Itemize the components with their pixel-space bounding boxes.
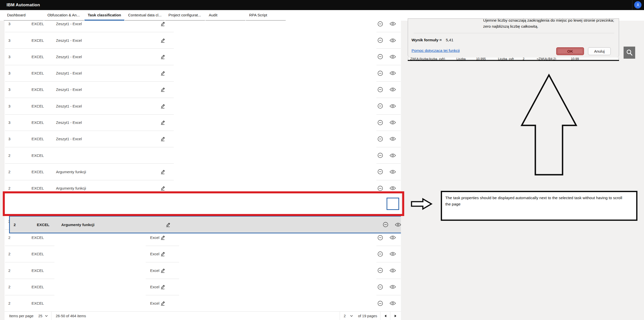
view-icon <box>389 235 396 240</box>
next-page-button[interactable] <box>391 312 400 320</box>
zoom-tool-button[interactable] <box>624 47 635 59</box>
subtract-icon <box>377 70 383 76</box>
edit-button[interactable] <box>158 36 167 45</box>
table-row[interactable]: 3EXCELZeszyt1 - Excel <box>5 131 401 147</box>
edit-button[interactable] <box>158 21 167 28</box>
edit-button[interactable] <box>158 250 167 258</box>
table-row[interactable]: 3EXCELZeszyt1 - Excel <box>5 65 401 82</box>
subtract-button[interactable] <box>376 69 385 78</box>
view-button[interactable] <box>388 135 397 143</box>
caret-right-icon <box>395 315 396 317</box>
table-row[interactable]: 3EXCELZeszyt1 - Excel <box>5 32 401 49</box>
table-row[interactable]: 2EXCELArgumenty funkcji <box>5 163 401 180</box>
subtract-icon <box>377 103 383 109</box>
view-button[interactable] <box>388 36 397 45</box>
table-row[interactable]: 2EXCELExcel <box>5 279 401 295</box>
view-button[interactable] <box>388 85 397 94</box>
subtract-button[interactable] <box>376 52 385 61</box>
view-button[interactable] <box>388 52 397 61</box>
user-avatar[interactable] <box>634 1 641 9</box>
edit-button[interactable] <box>158 102 167 110</box>
edit-button[interactable] <box>158 69 167 78</box>
subtract-button[interactable] <box>376 299 385 308</box>
subtract-button[interactable] <box>376 184 385 193</box>
page-size-select[interactable]: 25 <box>38 312 42 320</box>
subtract-button[interactable] <box>376 118 385 127</box>
table-row[interactable]: 2EXCELExcel <box>5 295 401 311</box>
cell-app-type: EXCEL <box>32 295 54 311</box>
table-row[interactable]: 2EXCELExcel <box>5 246 401 262</box>
subtract-button[interactable] <box>376 151 385 160</box>
view-button[interactable] <box>388 69 397 78</box>
view-button[interactable] <box>388 299 397 308</box>
edit-button[interactable] <box>158 233 167 242</box>
view-button[interactable] <box>388 118 397 127</box>
cancel-button[interactable]: Anuluj <box>588 47 611 55</box>
previous-page-button[interactable] <box>380 312 390 320</box>
subtract-button[interactable] <box>381 220 390 229</box>
edit-button[interactable] <box>158 52 167 61</box>
subtract-button[interactable] <box>376 233 385 242</box>
edit-button[interactable] <box>158 299 167 308</box>
row-divider <box>376 180 401 180</box>
table-row[interactable]: 3EXCELZeszyt1 - Excel <box>5 114 401 131</box>
tab-rpa-script[interactable]: RPA Script <box>246 10 286 21</box>
view-button[interactable] <box>394 220 401 229</box>
tab-obfuscation[interactable]: Obfuscation & An... <box>44 10 84 21</box>
table-row[interactable]: 2EXCELArgumenty funkcji <box>5 180 401 197</box>
view-button[interactable] <box>388 102 397 110</box>
app-header: IBM Automation <box>0 0 644 10</box>
page-chevron-down-icon[interactable] <box>350 312 353 320</box>
edit-button[interactable] <box>158 135 167 143</box>
edit-button[interactable] <box>158 118 167 127</box>
table-row-selected[interactable]: 2EXCELArgumenty funkcji <box>9 216 401 233</box>
cell-count: 2 <box>8 180 23 197</box>
table-row[interactable]: 3EXCELZeszyt1 - Excel <box>5 81 401 98</box>
subtract-button[interactable] <box>376 85 385 94</box>
tab-task-classification[interactable]: Task classification <box>84 10 124 21</box>
current-page-select[interactable]: 2 <box>344 312 346 320</box>
table-row[interactable]: 3EXCELZeszyt1 - Excel <box>5 48 401 65</box>
page-size-chevron-down-icon[interactable] <box>45 312 48 320</box>
edit-button[interactable] <box>158 266 167 275</box>
view-icon <box>389 169 396 174</box>
subtract-button[interactable] <box>376 36 385 45</box>
subtract-button[interactable] <box>376 266 385 275</box>
view-button[interactable] <box>388 233 397 242</box>
cell-app-type: EXCEL <box>32 279 54 295</box>
function-help-link[interactable]: Pomoc dotycząca tej funkcji <box>412 48 460 53</box>
subtract-button[interactable] <box>376 135 385 143</box>
edit-icon <box>160 284 166 290</box>
edit-button[interactable] <box>158 283 167 291</box>
tab-audit[interactable]: Audit <box>206 10 245 21</box>
table-row[interactable]: 3EXCELZeszyt1 - Excel <box>5 98 401 114</box>
edit-button[interactable] <box>158 167 167 176</box>
tab-dashboard[interactable]: Dashboard <box>4 10 44 21</box>
cell-app-type: EXCEL <box>32 246 54 262</box>
table-row[interactable]: 2EXCELExcel <box>5 262 401 279</box>
view-button[interactable] <box>388 283 397 291</box>
subtract-button[interactable] <box>376 102 385 110</box>
subtract-button[interactable] <box>376 167 385 176</box>
edit-button[interactable] <box>158 85 167 94</box>
subtract-button[interactable] <box>376 250 385 258</box>
view-button[interactable] <box>388 21 397 28</box>
edit-button[interactable] <box>158 184 167 193</box>
view-button[interactable] <box>388 184 397 193</box>
table-row[interactable]: 3EXCELZeszyt1 - Excel <box>5 21 401 32</box>
tab-contextual-data[interactable]: Contextual data cl... <box>125 10 165 21</box>
edit-button[interactable] <box>164 220 172 229</box>
table-row[interactable]: 2EXCEL <box>5 147 401 164</box>
ok-button[interactable]: OK <box>556 47 584 55</box>
tab-project-configuration[interactable]: Project configurat... <box>165 10 205 21</box>
view-button[interactable] <box>388 266 397 275</box>
view-button[interactable] <box>388 151 397 160</box>
view-icon <box>389 54 396 59</box>
edit-icon <box>160 300 166 306</box>
cell-task-name: Argumenty funkcji <box>61 217 132 233</box>
subtract-button[interactable] <box>376 283 385 291</box>
view-button[interactable] <box>388 167 397 176</box>
subtract-icon <box>377 136 383 142</box>
view-button[interactable] <box>388 250 397 258</box>
subtract-button[interactable] <box>376 21 385 28</box>
